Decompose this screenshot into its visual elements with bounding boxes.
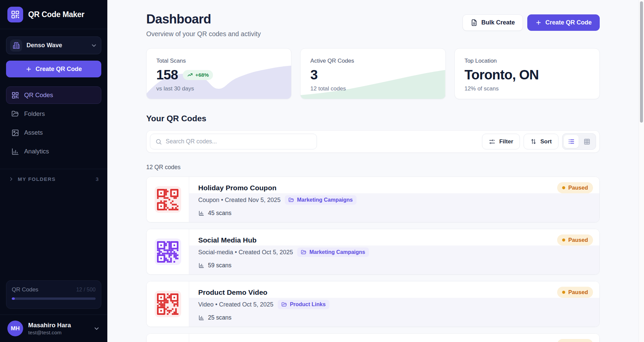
qr-thumbnail-column (147, 229, 189, 274)
my-folders-count: 3 (96, 176, 99, 182)
qr-scans-label: 45 scans (208, 210, 231, 217)
qr-meta: Video • Created Oct 5, 2025 (198, 301, 273, 308)
qr-scans-label: 59 scans (208, 262, 231, 269)
qr-thumbnail-column (147, 334, 189, 342)
stat-card: Total Scans 158 +68% vs last 30 days (146, 48, 291, 99)
stat-value: Toronto, ON (465, 67, 539, 82)
qr-toolbar: Filter Sort (146, 130, 600, 153)
qr-row[interactable]: Holiday Promo Coupon Coupon • Created No… (146, 177, 600, 222)
stat-value: 3 (310, 67, 317, 82)
search-input[interactable] (166, 138, 312, 145)
sidebar-divider (0, 169, 107, 169)
qr-thumbnail-column (147, 177, 189, 222)
stat-trend-value: +68% (195, 72, 209, 78)
nav-item-label: Assets (24, 129, 43, 136)
sort-icon (530, 138, 537, 145)
filter-button[interactable]: Filter (482, 134, 520, 149)
my-folders-toggle[interactable]: MY FOLDERS 3 (0, 176, 107, 182)
stat-value: 158 (156, 67, 178, 82)
stat-label: Active QR Codes (310, 58, 435, 64)
create-qr-button[interactable]: Create QR Code (527, 14, 600, 31)
qr-list: Holiday Promo Coupon Coupon • Created No… (146, 177, 600, 342)
bulk-create-label: Bulk Create (481, 19, 515, 26)
list-view-button[interactable] (564, 135, 579, 148)
stat-subtext: 12 total codes (310, 85, 435, 92)
user-name: Masahiro Hara (28, 322, 71, 329)
sidebar-nav-item[interactable]: Analytics (6, 143, 101, 160)
grid-icon (584, 138, 590, 145)
folder-icon (281, 302, 287, 307)
sidebar-nav-item[interactable]: Assets (6, 124, 101, 141)
status-dot (562, 186, 565, 189)
status-badge: Paused (557, 182, 593, 193)
plus-icon (25, 66, 32, 72)
nav-item-icon (11, 148, 19, 155)
page-title: Dashboard (146, 12, 261, 26)
view-toggle (562, 133, 596, 150)
status-badge: Paused (557, 287, 593, 298)
folder-icon (288, 197, 294, 203)
qr-scans: 59 scans (198, 262, 590, 269)
create-qr-label: Create QR Code (545, 19, 592, 26)
sidebar-nav-item[interactable]: Folders (6, 105, 101, 123)
usage-card: QR Codes 12 / 500 (6, 280, 101, 309)
sidebar-create-qr-button[interactable]: Create QR Code (6, 61, 101, 77)
building-icon (10, 40, 22, 52)
folder-chip[interactable]: Marketing Campaigns (297, 248, 369, 257)
grid-view-button[interactable] (580, 135, 594, 148)
qr-row[interactable]: Social Media Hub Social-media • Created … (146, 229, 600, 275)
qr-section-title: Your QR Codes (146, 114, 600, 123)
chevron-down-icon (91, 42, 97, 49)
status-label: Paused (568, 289, 588, 295)
user-menu[interactable]: MH Masahiro Hara test@test.com (0, 315, 107, 342)
file-icon (471, 19, 478, 26)
chevron-down-icon (93, 325, 100, 332)
qr-row[interactable]: Tech Conference 2024 Paused (146, 333, 600, 342)
folder-chip-label: Marketing Campaigns (297, 197, 353, 203)
qr-meta: Social-media • Created Oct 5, 2025 (198, 249, 293, 256)
usage-progress-fill (12, 297, 15, 300)
page-subtitle: Overview of your QR codes and activity (146, 30, 261, 38)
filter-label: Filter (499, 138, 513, 145)
sort-button[interactable]: Sort (524, 134, 558, 149)
plus-icon (535, 19, 542, 26)
bar-chart-icon (198, 210, 205, 216)
workspace-selector[interactable]: Denso Wave (6, 37, 101, 54)
nav-item-label: Folders (24, 110, 45, 118)
sidebar-nav-item[interactable]: QR Codes (6, 86, 101, 104)
bulk-create-button[interactable]: Bulk Create (463, 14, 523, 31)
status-dot (562, 238, 565, 242)
my-folders-label: MY FOLDERS (18, 176, 56, 182)
usage-label: QR Codes (12, 286, 38, 293)
app-logo-header: QR Code Maker (0, 0, 107, 29)
search-box (150, 134, 317, 149)
list-icon (568, 138, 575, 145)
qr-count-text: 12 QR codes (146, 164, 600, 171)
status-badge: Paused (557, 234, 593, 246)
scrollbar-track[interactable] (639, 0, 644, 342)
folder-chip[interactable]: Marketing Campaigns (285, 195, 356, 205)
stat-label: Top Location (465, 58, 590, 64)
scrollbar-thumb[interactable] (640, 1, 643, 123)
sidebar-create-qr-label: Create QR Code (36, 66, 82, 73)
qr-scans: 45 scans (198, 210, 590, 217)
qr-thumbnail (155, 238, 181, 265)
usage-progress-bar (12, 297, 96, 300)
qr-title: Holiday Promo Coupon (198, 184, 590, 192)
qr-row[interactable]: Product Demo Video Video • Created Oct 5… (146, 281, 600, 327)
stat-subtext: 12% of scans (465, 85, 590, 92)
chevron-right-icon (8, 176, 14, 182)
sidebar-nav: QR Codes Folders Assets Analytics (0, 86, 107, 160)
nav-item-icon (11, 91, 19, 99)
stat-label: Total Scans (156, 58, 281, 64)
qr-title: Tech Conference 2024 (198, 341, 590, 342)
trending-up-icon (187, 72, 193, 78)
main-content: Dashboard Overview of your QR codes and … (107, 0, 639, 342)
qr-title: Social Media Hub (198, 236, 590, 244)
status-badge: Paused (557, 339, 593, 342)
app-logo-icon (7, 7, 23, 22)
folder-chip[interactable]: Product Links (278, 300, 329, 309)
stats-row: Total Scans 158 +68% vs last 30 days Act… (146, 48, 600, 99)
stat-card: Top Location Toronto, ON 12% of scans (454, 48, 600, 99)
status-label: Paused (568, 185, 588, 191)
